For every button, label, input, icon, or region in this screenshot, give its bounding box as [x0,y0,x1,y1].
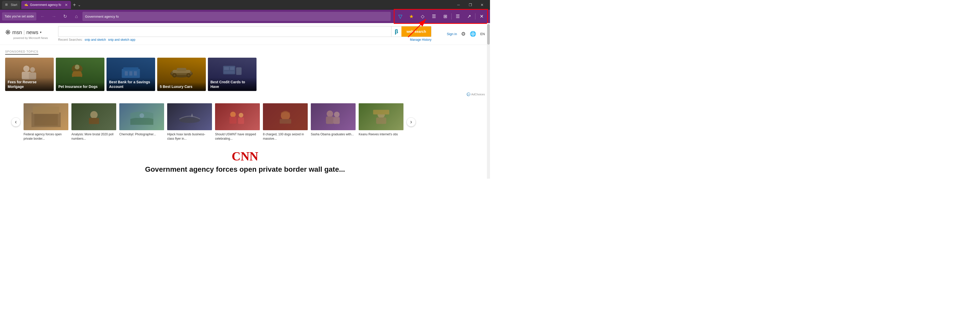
notes-button[interactable]: ◇ [417,10,428,23]
tab-close-icon[interactable]: ✕ [65,3,68,7]
scrollbar-thumb[interactable] [487,24,490,45]
tabs-aside-button[interactable]: Tabs you've set aside [2,12,37,21]
navigation-bar: Tabs you've set aside ← → ↻ ⌂ Government… [0,10,490,23]
topic-overlay-4: 5 Best Luxury Cars [157,82,206,91]
header-right: Sign in ⚙ 🌐 EN [447,31,485,37]
recent-item-1[interactable]: snip and sketch [85,38,106,42]
window-controls: ─ ❐ ✕ [453,0,488,10]
topic-card-3[interactable]: Best Bank for a Savings Account [107,58,155,91]
news-prev-icon: ‹ [15,119,17,125]
home-button[interactable]: ⌂ [71,11,81,22]
svg-rect-30 [236,67,242,75]
svg-point-23 [173,74,176,76]
reading-view-button[interactable]: ☰ [428,10,439,23]
news-card-8[interactable]: Keanu Reeves internet's obs [359,103,404,141]
close-button[interactable]: ✕ [476,0,488,10]
reading-list-button[interactable]: ▽ [395,10,406,23]
sign-in-button[interactable]: Sign in [447,32,457,36]
svg-point-38 [179,117,200,123]
topic-title-5: Best Credit Cards to Have [210,80,254,89]
refresh-button[interactable]: ↻ [60,11,70,22]
close-aside-button[interactable]: ✕ [476,10,487,23]
scrollbar[interactable] [487,23,490,179]
news-section: ‹ Federal agency forces open pr [0,100,490,144]
svg-rect-32 [33,107,59,114]
topic-card-4-inner: 5 Best Luxury Cars [157,58,206,91]
topic-title-2: Pet Insurance for Dogs [58,84,102,89]
hub-icon: ☰ [456,14,460,19]
news-next-button[interactable]: › [407,117,416,126]
news-card-4[interactable]: Hijack hoax lands business-class flyer i… [167,103,212,141]
topic-card-2[interactable]: Pet Insurance for Dogs [56,58,105,91]
svg-rect-47 [326,117,334,124]
msn-wordmark: msn [12,29,22,35]
news-card-3[interactable]: Chernobyl: Photographer... [119,103,164,141]
address-bar[interactable]: Government agency fo [83,12,391,21]
svg-rect-17 [123,67,138,70]
news-title-8: Keanu Reeves internet's obs [359,132,404,137]
news-prev-button[interactable]: ‹ [11,117,21,126]
tab-add-button[interactable]: + [73,2,76,8]
news-thumb-5 [215,103,260,130]
news-dropdown-icon[interactable]: ▾ [40,30,41,34]
share-icon: ↗ [467,14,471,19]
recent-item-2[interactable]: snip and sketch app [108,38,135,42]
language-label: EN [480,32,485,36]
close-aside-icon: ✕ [480,14,484,19]
svg-rect-12 [80,73,82,77]
tab-govt-label: Government agency fo [30,3,61,6]
svg-rect-27 [224,67,229,70]
minimize-button[interactable]: ─ [453,0,465,10]
topic-card-3-inner: Best Bank for a Savings Account [107,58,155,91]
news-thumb-8 [359,103,404,130]
topic-card-5[interactable]: Best Credit Cards to Have [208,58,256,91]
news-card-6[interactable]: 8 charged, 100 dogs seized in massive... [263,103,308,141]
news-card-7[interactable]: Sasha Obama graduates with... [311,103,356,141]
svg-rect-45 [280,119,291,124]
search-button[interactable]: web search [401,26,431,37]
favorites-button[interactable]: ★ [406,10,417,23]
topic-card-1-inner: Fees for Reverse Mortgage [5,58,54,91]
news-card-2[interactable]: Analysis: More brutal 2020 poll numbers.… [72,103,116,141]
topic-card-4[interactable]: 5 Best Luxury Cars [157,58,206,91]
tab-dropdown-button[interactable]: ⌄ [78,3,81,7]
back-button[interactable]: ← [37,11,48,22]
tab-govt[interactable]: ✍ Government agency fo ✕ [21,1,71,9]
news-title-7: Sasha Obama graduates with... [311,132,356,137]
svg-rect-10 [72,71,81,77]
restore-button[interactable]: ❐ [465,0,476,10]
topic-card-1[interactable]: Fees for Reverse Mortgage [5,58,54,91]
globe-icon[interactable]: 🌐 [470,31,476,37]
svg-rect-41 [229,117,236,124]
topic-title-4: 5 Best Luxury Cars [160,84,203,89]
start-tab-icon: ⊞ [5,3,9,7]
svg-rect-15 [129,71,132,76]
ad-choices-label: AdChoices [471,93,485,96]
topic-card-2-inner: Pet Insurance for Dogs [56,58,105,91]
svg-rect-11 [72,73,74,77]
svg-point-40 [230,112,236,117]
forward-button[interactable]: → [49,11,59,22]
svg-point-9 [79,66,81,67]
manage-history-link[interactable]: Manage History [410,38,431,42]
search-input[interactable] [58,29,391,34]
cnn-section: CNN Government agency forces open privat… [0,144,490,179]
msn-powered-by: powered by Microsoft News [13,37,48,40]
svg-marker-39 [191,113,193,117]
immersive-reader-button[interactable]: ⊞ [439,10,451,23]
reading-list-icon: ▽ [398,13,402,19]
news-card-1[interactable]: Federal agency forces open private borde… [24,103,68,141]
immersive-reader-icon: ⊞ [444,14,447,19]
share-button[interactable]: ↗ [463,10,475,23]
tab-bar: ⊞ Start ✍ Government agency fo ✕ + ⌄ ─ ❐… [0,0,490,10]
page-content: ❋ msn | news ▾ powered by Microsoft News… [0,23,490,179]
tab-start[interactable]: ⊞ Start [2,1,20,9]
svg-rect-16 [134,71,137,76]
svg-point-8 [73,66,75,67]
svg-point-34 [90,111,97,118]
settings-icon[interactable]: ⚙ [461,31,466,37]
hub-button[interactable]: ☰ [452,10,463,23]
ad-choices[interactable]: ▷ AdChoices [5,93,485,96]
news-title-1: Federal agency forces open private borde… [24,132,68,141]
news-card-5[interactable]: Should USWNT have stopped celebrating... [215,103,260,141]
